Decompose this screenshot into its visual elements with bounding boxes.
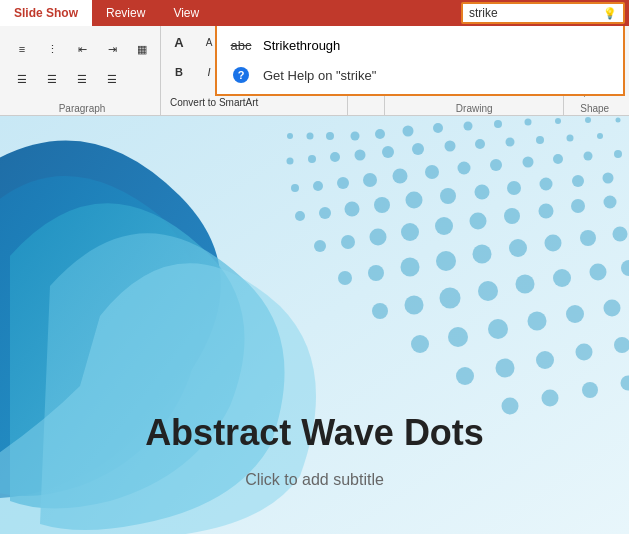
svg-point-13	[616, 118, 621, 123]
slide-subtitle[interactable]: Click to add subtitle	[0, 471, 629, 489]
svg-point-22	[506, 138, 515, 147]
align-right-btn[interactable]: ☰	[68, 65, 96, 93]
svg-point-11	[555, 118, 561, 124]
svg-point-43	[440, 188, 456, 204]
svg-point-46	[540, 178, 553, 191]
svg-point-40	[345, 202, 360, 217]
font-size-up-btn[interactable]: A	[165, 28, 193, 56]
svg-point-83	[496, 359, 515, 378]
svg-point-49	[314, 240, 326, 252]
svg-point-18	[382, 146, 394, 158]
svg-point-81	[604, 300, 621, 317]
strikethrough-icon: abc	[227, 36, 255, 54]
svg-point-32	[458, 162, 471, 175]
svg-point-24	[567, 135, 574, 142]
svg-point-39	[319, 207, 331, 219]
search-input[interactable]	[469, 6, 599, 20]
svg-point-80	[566, 305, 584, 323]
svg-point-60	[368, 265, 384, 281]
svg-point-55	[504, 208, 520, 224]
svg-point-37	[614, 150, 622, 158]
svg-point-69	[405, 296, 424, 315]
tab-review[interactable]: Review	[92, 0, 159, 26]
svg-point-48	[603, 173, 614, 184]
indent-btn[interactable]: ⇥	[98, 35, 126, 63]
align-center-btn[interactable]: ☰	[38, 65, 66, 93]
svg-point-66	[580, 230, 596, 246]
svg-point-73	[553, 269, 571, 287]
svg-point-7	[433, 123, 443, 133]
svg-point-5	[375, 129, 385, 139]
svg-point-82	[456, 367, 474, 385]
svg-point-62	[436, 251, 456, 271]
help-label: Get Help on "strike"	[263, 68, 376, 83]
tab-slide-show[interactable]: Slide Show	[0, 0, 92, 26]
shape-label: Shape	[580, 103, 609, 114]
bold-btn[interactable]: B	[165, 58, 193, 86]
paragraph-label: Paragraph	[59, 103, 106, 114]
svg-point-59	[338, 271, 352, 285]
svg-point-88	[542, 390, 559, 407]
svg-point-45	[507, 181, 521, 195]
svg-point-6	[403, 126, 414, 137]
svg-point-4	[351, 132, 360, 141]
svg-point-42	[406, 192, 423, 209]
tab-view[interactable]: View	[159, 0, 213, 26]
columns-btn[interactable]: ▦	[128, 35, 156, 63]
svg-point-70	[440, 288, 461, 309]
svg-point-61	[401, 258, 420, 277]
bullet-list-btn[interactable]: ≡	[8, 35, 36, 63]
svg-point-25	[597, 133, 603, 139]
svg-point-21	[475, 139, 485, 149]
svg-point-28	[337, 177, 349, 189]
svg-point-74	[590, 264, 607, 281]
ribbon-search-box[interactable]: 💡	[461, 2, 625, 24]
svg-point-58	[604, 196, 617, 209]
slide-canvas: Abstract Wave Dots Click to add subtitle	[0, 116, 629, 534]
svg-point-30	[393, 169, 408, 184]
svg-point-50	[341, 235, 355, 249]
svg-point-54	[470, 213, 487, 230]
svg-point-89	[582, 382, 598, 398]
svg-point-16	[330, 152, 340, 162]
justify-btn[interactable]: ☰	[98, 65, 126, 93]
outdent-btn[interactable]: ⇤	[68, 35, 96, 63]
svg-point-65	[545, 235, 562, 252]
slide-background: Abstract Wave Dots Click to add subtitle	[0, 116, 629, 534]
drawing-label: Drawing	[456, 103, 493, 114]
svg-point-33	[490, 159, 502, 171]
svg-point-8	[464, 122, 473, 131]
svg-point-51	[370, 229, 387, 246]
svg-point-12	[585, 117, 591, 123]
svg-point-20	[445, 141, 456, 152]
svg-point-52	[401, 223, 419, 241]
slide-title[interactable]: Abstract Wave Dots	[0, 412, 629, 454]
svg-point-14	[287, 158, 294, 165]
num-list-btn[interactable]: ⋮	[38, 35, 66, 63]
svg-point-31	[425, 165, 439, 179]
svg-point-64	[509, 239, 527, 257]
svg-point-1	[287, 133, 293, 139]
svg-point-68	[372, 303, 388, 319]
svg-point-26	[291, 184, 299, 192]
align-left-btn[interactable]: ☰	[8, 65, 36, 93]
help-item[interactable]: ? Get Help on "strike"	[217, 60, 623, 90]
svg-point-38	[295, 211, 305, 221]
svg-point-85	[576, 344, 593, 361]
svg-point-19	[412, 143, 424, 155]
svg-point-67	[613, 227, 628, 242]
svg-point-63	[473, 245, 492, 264]
svg-point-79	[528, 312, 547, 331]
list-btn-row2: ☰ ☰ ☰ ☰	[8, 65, 156, 93]
svg-point-44	[475, 185, 490, 200]
svg-point-36	[584, 152, 593, 161]
search-lightbulb-icon: 💡	[603, 7, 617, 20]
svg-point-84	[536, 351, 554, 369]
svg-point-77	[448, 327, 468, 347]
svg-point-23	[536, 136, 544, 144]
help-icon: ?	[227, 66, 255, 84]
svg-point-10	[525, 119, 532, 126]
strikethrough-item[interactable]: abc Strikethrough	[217, 30, 623, 60]
svg-point-17	[355, 150, 366, 161]
svg-point-57	[571, 199, 585, 213]
